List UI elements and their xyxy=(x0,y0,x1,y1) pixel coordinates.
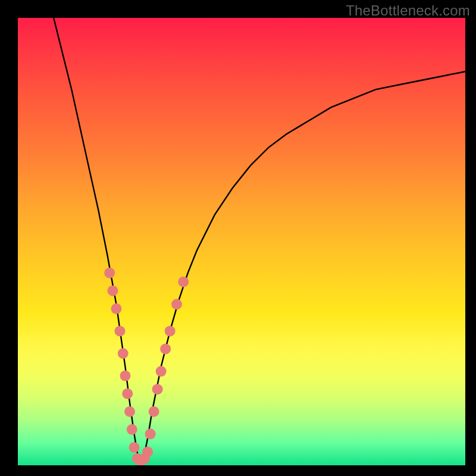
data-marker xyxy=(165,325,176,336)
bottleneck-curve xyxy=(54,18,465,461)
data-marker xyxy=(122,389,133,399)
data-marker xyxy=(142,446,153,457)
data-marker xyxy=(107,286,118,296)
data-marker xyxy=(149,406,159,417)
watermark-text: TheBottleneck.com xyxy=(346,2,470,19)
data-marker xyxy=(156,366,167,377)
data-markers xyxy=(104,268,189,465)
data-marker xyxy=(152,384,163,394)
curve-path xyxy=(54,18,465,461)
chart-svg xyxy=(18,18,465,465)
data-marker xyxy=(129,442,140,453)
outer-frame: TheBottleneck.com xyxy=(0,0,476,476)
data-marker xyxy=(118,348,129,359)
data-marker xyxy=(127,424,137,435)
data-marker xyxy=(120,371,130,381)
data-marker xyxy=(160,343,171,354)
data-marker xyxy=(111,303,121,314)
data-marker xyxy=(114,325,125,336)
data-marker xyxy=(145,428,156,439)
data-marker xyxy=(178,277,189,287)
data-marker xyxy=(171,299,182,309)
data-marker xyxy=(124,406,135,417)
data-marker xyxy=(104,268,115,278)
plot-area xyxy=(18,18,465,465)
